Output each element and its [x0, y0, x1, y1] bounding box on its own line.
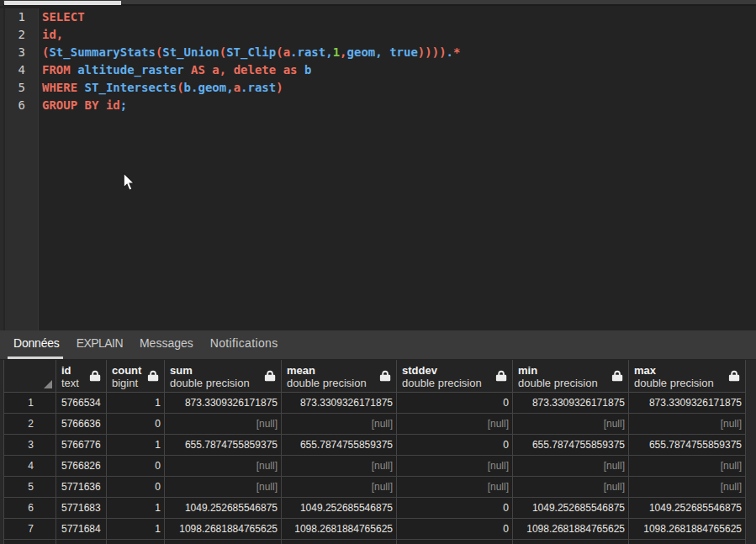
cell-count[interactable]: 0 [107, 414, 165, 435]
cell-mean[interactable]: 1098.2681884765625 [282, 519, 397, 540]
cell-mean[interactable]: [null] [282, 477, 397, 498]
cell-max[interactable]: [null] [629, 456, 746, 477]
sql-line[interactable]: (St_SummaryStats(St_Union(ST_Clip(a.rast… [39, 44, 756, 61]
cell-stddev[interactable]: [null] [397, 456, 513, 477]
cell-min[interactable] [513, 540, 629, 544]
grid-body: 157665341873.3309326171875873.3309326171… [0, 393, 756, 544]
cell-mean[interactable]: [null] [282, 414, 397, 435]
row-number[interactable] [3, 540, 56, 544]
cell-sum[interactable]: [null] [165, 456, 282, 477]
column-header-id[interactable]: idtext [56, 360, 107, 393]
cell-min[interactable]: 1098.2681884765625 [513, 519, 629, 540]
cell-sum[interactable]: 655.7874755859375 [165, 435, 282, 456]
cell-stddev[interactable]: 0 [397, 393, 513, 414]
null-value: [null] [488, 481, 509, 493]
cell-mean[interactable]: 1049.252685546875 [282, 498, 397, 519]
cell-stddev[interactable]: 0 [397, 519, 513, 540]
cell-max[interactable]: 1098.2681884765625 [629, 519, 746, 540]
cell-sum[interactable] [165, 540, 282, 544]
row-number[interactable]: 6 [3, 498, 56, 519]
cell-id[interactable] [56, 540, 107, 544]
cell-id[interactable]: 5771683 [56, 498, 107, 519]
cell-count[interactable]: 1 [107, 393, 165, 414]
cell-id[interactable]: 5771636 [56, 477, 107, 498]
cell-sum[interactable]: 1098.2681884765625 [165, 519, 282, 540]
cell-id[interactable]: 5766636 [56, 414, 107, 435]
sql-code-area[interactable]: SELECTid,(St_SummaryStats(St_Union(ST_Cl… [39, 8, 756, 330]
cell-min[interactable]: [null] [513, 477, 629, 498]
row-number[interactable]: 5 [3, 477, 56, 498]
results-grid: idtextcountbigintsumdouble precisionmean… [0, 360, 756, 544]
cell-sum[interactable]: 873.3309326171875 [165, 393, 282, 414]
tab-données[interactable]: Données [5, 330, 68, 359]
column-header-max[interactable]: maxdouble precision [629, 360, 746, 393]
sql-line[interactable]: FROM altitude_raster AS a, delete as b [39, 61, 756, 79]
tab-messages[interactable]: Messages [131, 330, 202, 359]
sql-line[interactable]: WHERE ST_Intersects(b.geom,a.rast) [39, 79, 756, 97]
cell-sum[interactable]: [null] [165, 477, 282, 498]
column-header-count[interactable]: countbigint [107, 360, 165, 393]
tab-label: Données [13, 336, 60, 350]
sql-line[interactable]: GROUP BY id; [39, 97, 756, 114]
row-number[interactable]: 2 [3, 414, 56, 435]
null-value: [null] [604, 418, 625, 430]
select-all-corner-icon[interactable] [44, 380, 52, 388]
cell-stddev[interactable]: 0 [397, 435, 513, 456]
cell-count[interactable] [107, 540, 165, 544]
cell-sum[interactable]: [null] [165, 414, 282, 435]
sql-editor[interactable]: 123456 SELECTid,(St_SummaryStats(St_Unio… [0, 8, 756, 330]
cell-id[interactable]: 5766776 [56, 435, 107, 456]
row-number[interactable]: 4 [3, 456, 56, 477]
cell-stddev[interactable]: [null] [397, 477, 513, 498]
cell-sum[interactable]: 1049.252685546875 [165, 498, 282, 519]
tab-notifications[interactable]: Notifications [202, 330, 287, 359]
null-value: [null] [372, 418, 393, 430]
row-number[interactable]: 3 [3, 435, 56, 456]
scrollbar-thumb[interactable] [4, 1, 121, 5]
cell-max[interactable] [629, 540, 746, 544]
row-number[interactable]: 1 [3, 393, 56, 414]
cell-stddev[interactable] [397, 540, 513, 544]
tab-explain[interactable]: EXPLAIN [68, 330, 131, 359]
scrollbar-corner [0, 0, 3, 6]
cell-count[interactable]: 0 [107, 456, 165, 477]
cell-mean[interactable]: 655.7874755859375 [282, 435, 397, 456]
cell-min[interactable]: 873.3309326171875 [513, 393, 629, 414]
column-header-min[interactable]: mindouble precision [513, 360, 629, 393]
cell-min[interactable]: [null] [513, 456, 629, 477]
cell-max[interactable]: [null] [629, 414, 746, 435]
cell-id[interactable]: 5766534 [56, 393, 107, 414]
cell-id[interactable]: 5771684 [56, 519, 107, 540]
cell-max[interactable]: 1049.252685546875 [629, 498, 746, 519]
cell-max[interactable]: 655.7874755859375 [629, 435, 746, 456]
cell-stddev[interactable]: [null] [397, 414, 513, 435]
cell-count[interactable]: 0 [107, 477, 165, 498]
column-header-mean[interactable]: meandouble precision [282, 360, 397, 393]
cell-min[interactable]: [null] [513, 414, 629, 435]
cell-max[interactable]: [null] [629, 477, 746, 498]
lock-icon [89, 370, 101, 384]
sql-line[interactable]: SELECT [39, 8, 756, 26]
lock-icon [379, 370, 391, 384]
cell-mean[interactable]: 873.3309326171875 [282, 393, 397, 414]
table-row [0, 540, 756, 544]
cell-id[interactable]: 5766826 [56, 456, 107, 477]
cell-count[interactable]: 1 [107, 435, 165, 456]
sql-line[interactable]: id, [39, 26, 756, 44]
lock-icon [611, 370, 623, 384]
editor-top-scrollbar[interactable] [0, 0, 756, 6]
cell-count[interactable]: 1 [107, 498, 165, 519]
select-all-header[interactable] [3, 360, 56, 393]
line-number: 1 [0, 8, 38, 26]
cell-mean[interactable]: [null] [282, 456, 397, 477]
column-header-stddev[interactable]: stddevdouble precision [397, 360, 513, 393]
table-row: 257666360[null][null][null][null][null] [0, 414, 756, 435]
row-number[interactable]: 7 [3, 519, 56, 540]
cell-max[interactable]: 873.3309326171875 [629, 393, 746, 414]
cell-count[interactable]: 1 [107, 519, 165, 540]
cell-mean[interactable] [282, 540, 397, 544]
column-header-sum[interactable]: sumdouble precision [165, 360, 282, 393]
cell-stddev[interactable]: 0 [397, 498, 513, 519]
cell-min[interactable]: 1049.252685546875 [513, 498, 629, 519]
cell-min[interactable]: 655.7874755859375 [513, 435, 629, 456]
